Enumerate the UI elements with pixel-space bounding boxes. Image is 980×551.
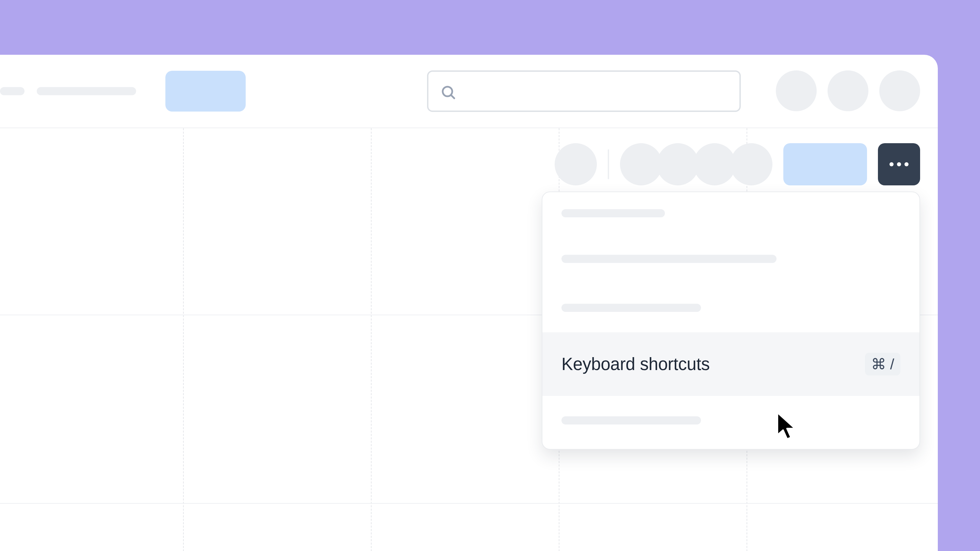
menu-item-keyboard-shortcuts[interactable]: Keyboard shortcuts ⌘ / xyxy=(542,332,920,396)
header-nav-left xyxy=(0,71,246,111)
menu-placeholder xyxy=(562,304,701,312)
header-action-button[interactable] xyxy=(827,70,869,111)
dots-icon xyxy=(904,162,908,166)
main-content: Keyboard shortcuts ⌘ / xyxy=(0,128,938,551)
avatar[interactable] xyxy=(730,143,772,185)
shortcut-key: / xyxy=(890,356,894,373)
search-field-wrap xyxy=(427,70,741,112)
menu-item[interactable] xyxy=(542,396,920,445)
menu-item-label: Keyboard shortcuts xyxy=(562,354,710,374)
dots-icon xyxy=(897,162,901,166)
primary-action-button[interactable] xyxy=(783,143,867,185)
avatar[interactable] xyxy=(694,143,736,185)
header-actions xyxy=(776,70,920,111)
toolbar-button[interactable] xyxy=(555,143,597,185)
header-bar xyxy=(0,55,938,128)
menu-placeholder xyxy=(562,255,776,263)
more-options-button[interactable] xyxy=(878,143,920,185)
nav-placeholder xyxy=(37,87,136,95)
search-input[interactable] xyxy=(427,70,741,112)
avatar[interactable] xyxy=(620,143,662,185)
dots-icon xyxy=(889,162,894,166)
nav-placeholder xyxy=(0,87,24,95)
grid-line xyxy=(371,128,372,551)
menu-placeholder xyxy=(562,416,701,424)
nav-active-tab[interactable] xyxy=(165,71,246,111)
avatar[interactable] xyxy=(657,143,699,185)
header-action-button[interactable] xyxy=(879,70,920,111)
menu-item[interactable] xyxy=(542,192,920,234)
keyboard-shortcut-badge: ⌘ / xyxy=(865,353,900,375)
more-options-menu: Keyboard shortcuts ⌘ / xyxy=(542,192,920,449)
command-icon: ⌘ xyxy=(871,356,886,373)
menu-placeholder xyxy=(562,209,665,218)
content-toolbar xyxy=(555,143,920,185)
header-action-button[interactable] xyxy=(776,70,817,111)
grid-line xyxy=(183,128,184,551)
toolbar-divider xyxy=(608,149,609,179)
menu-item[interactable] xyxy=(542,234,920,283)
menu-item[interactable] xyxy=(542,283,920,332)
grid-line xyxy=(0,503,938,504)
app-window: Keyboard shortcuts ⌘ / xyxy=(0,55,938,551)
avatar-stack xyxy=(620,143,772,185)
